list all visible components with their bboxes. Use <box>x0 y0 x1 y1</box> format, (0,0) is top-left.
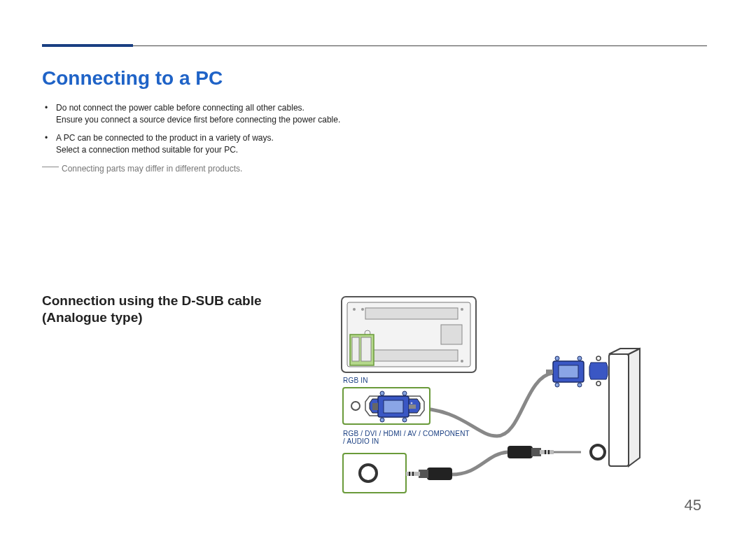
page-title: Connecting to a PC <box>42 67 707 90</box>
svg-rect-42 <box>409 472 410 476</box>
dash-icon <box>42 167 59 167</box>
svg-point-2 <box>353 308 356 311</box>
svg-rect-46 <box>540 450 554 454</box>
svg-point-34 <box>402 391 407 395</box>
svg-rect-13 <box>361 337 371 361</box>
svg-rect-47 <box>548 450 550 454</box>
product-panel-icon <box>342 297 476 372</box>
manual-page: Connecting to a PC Do not connect the po… <box>0 0 756 534</box>
bullet-list: Do not connect the power cable before co… <box>43 102 707 157</box>
bullet-item: A PC can be connected to the product in … <box>43 132 435 157</box>
svg-point-35 <box>380 418 384 422</box>
svg-rect-44 <box>507 446 533 458</box>
svg-rect-40 <box>419 470 428 478</box>
footnote: Connecting parts may differ in different… <box>42 164 707 174</box>
svg-point-22 <box>411 402 413 404</box>
audio-jack-right-icon <box>507 446 554 458</box>
content-row: Connection using the D-SUB cable (Analog… <box>42 293 707 517</box>
rgb-in-label: RGB IN <box>343 377 399 384</box>
subsection-title: Connection using the D-SUB cable (Analog… <box>42 293 280 327</box>
svg-rect-48 <box>545 450 546 454</box>
top-rule-accent <box>42 44 133 47</box>
svg-point-36 <box>402 418 407 422</box>
svg-rect-39 <box>427 468 452 480</box>
svg-rect-51 <box>546 370 553 374</box>
svg-rect-7 <box>365 308 458 319</box>
footnote-text: Connecting parts may differ in different… <box>62 164 242 174</box>
svg-point-59 <box>591 445 605 459</box>
page-number: 45 <box>685 496 701 514</box>
svg-point-33 <box>380 391 384 395</box>
audio-cable-icon <box>451 452 507 475</box>
svg-point-57 <box>596 356 601 360</box>
audio-in-port-icon <box>343 454 406 493</box>
audio-in-label: RGB / DVI / HDMI / AV / COMPONENT / AUDI… <box>343 430 497 445</box>
svg-point-52 <box>555 356 559 360</box>
diagram-svg: RGB IN <box>329 293 693 517</box>
svg-rect-9 <box>441 325 462 344</box>
pc-tower-icon <box>589 349 640 466</box>
svg-rect-30 <box>384 400 403 413</box>
vga-cable-icon <box>413 373 553 436</box>
svg-rect-12 <box>352 337 359 361</box>
vga-plug-right-icon <box>546 356 584 387</box>
top-rule <box>42 45 707 46</box>
bullet-text: Ensure you connect a source device first… <box>56 115 340 125</box>
subsection-title-line1: Connection using the D-SUB cable <box>42 293 262 308</box>
svg-rect-8 <box>365 350 458 361</box>
svg-point-54 <box>555 383 559 387</box>
svg-point-58 <box>596 381 601 386</box>
connection-diagram: RGB IN <box>329 293 693 517</box>
bullet-text: A PC can be connected to the product in … <box>56 133 274 143</box>
svg-point-4 <box>461 308 463 311</box>
svg-point-15 <box>351 402 360 410</box>
audio-in-label-line2: / AUDIO IN <box>343 437 379 445</box>
audio-in-label-line1: RGB / DVI / HDMI / AV / COMPONENT <box>343 430 470 437</box>
svg-rect-32 <box>409 405 416 409</box>
subsection-heading-col: Connection using the D-SUB cable (Analog… <box>42 293 329 327</box>
svg-point-3 <box>361 308 364 311</box>
svg-point-53 <box>578 356 582 360</box>
bullet-text: Do not connect the power cable before co… <box>56 103 304 113</box>
audio-jack-left-icon <box>406 468 452 480</box>
bullet-text: Select a connection method suitable for … <box>56 145 238 155</box>
svg-point-55 <box>578 383 582 387</box>
svg-rect-56 <box>609 354 629 466</box>
bullet-item: Do not connect the power cable before co… <box>43 102 435 127</box>
svg-rect-31 <box>372 403 378 410</box>
subsection-title-line2: (Analogue type) <box>42 310 143 325</box>
svg-point-6 <box>461 360 463 363</box>
svg-rect-45 <box>531 448 541 456</box>
svg-point-38 <box>360 465 377 482</box>
svg-rect-43 <box>412 472 414 476</box>
svg-rect-50 <box>559 365 578 378</box>
